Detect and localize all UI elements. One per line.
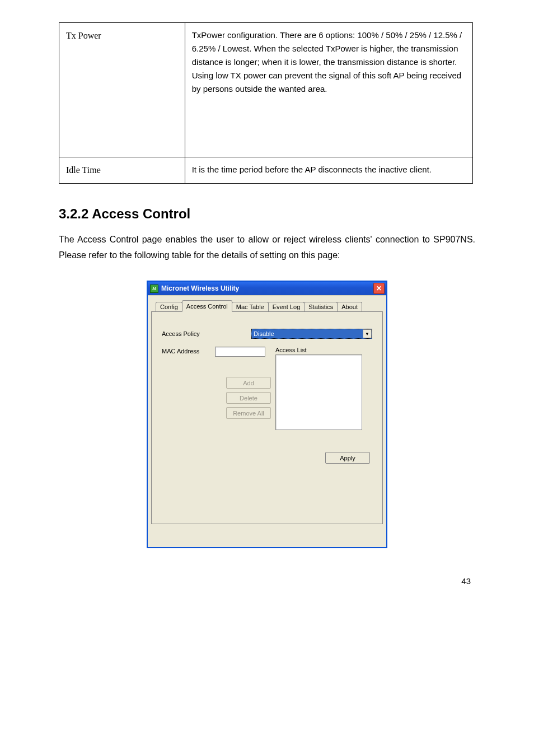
- tab-statistics[interactable]: Statistics: [304, 302, 338, 311]
- titlebar[interactable]: M Micronet Wireless Utility ✕: [148, 282, 386, 295]
- access-list[interactable]: [275, 354, 362, 430]
- tab-panel: Access Policy Disable ▼ MAC Address Acce…: [151, 311, 383, 524]
- table-cell-param: Idle Time: [59, 157, 185, 184]
- tab-access-control[interactable]: Access Control: [182, 300, 232, 312]
- mac-address-input[interactable]: [215, 347, 265, 357]
- chevron-down-icon[interactable]: ▼: [363, 329, 372, 338]
- table-cell-desc: It is the time period before the AP disc…: [185, 157, 472, 184]
- add-button[interactable]: Add: [226, 377, 271, 389]
- close-icon[interactable]: ✕: [373, 283, 385, 294]
- access-policy-select[interactable]: Disable ▼: [251, 329, 372, 339]
- table-cell-desc: TxPower configuration. There are 6 optio…: [185, 23, 472, 157]
- window-title: Micronet Wireless Utility: [161, 284, 239, 292]
- mac-address-label: MAC Address: [162, 348, 215, 354]
- remove-all-button[interactable]: Remove All: [226, 407, 271, 419]
- page-number: 43: [59, 576, 475, 586]
- tab-config[interactable]: Config: [156, 302, 182, 311]
- tab-strip: Config Access Control Mac Table Event Lo…: [156, 299, 383, 311]
- access-policy-value: Disable: [254, 330, 274, 337]
- tab-mac-table[interactable]: Mac Table: [232, 302, 269, 311]
- tab-about[interactable]: About: [337, 302, 362, 311]
- delete-button[interactable]: Delete: [226, 392, 271, 404]
- section-heading: 3.2.2 Access Control: [59, 206, 475, 222]
- body-text: The Access Control page enables the user…: [59, 232, 475, 264]
- tab-event-log[interactable]: Event Log: [268, 302, 305, 311]
- parameter-table: Tx Power TxPower configuration. There ar…: [59, 22, 473, 184]
- apply-button[interactable]: Apply: [325, 452, 370, 464]
- app-icon: M: [150, 284, 158, 293]
- access-list-label: Access List: [275, 347, 362, 353]
- table-cell-param: Tx Power: [59, 23, 185, 157]
- utility-dialog: M Micronet Wireless Utility ✕ Config Acc…: [147, 281, 387, 548]
- access-policy-label: Access Policy: [162, 330, 215, 337]
